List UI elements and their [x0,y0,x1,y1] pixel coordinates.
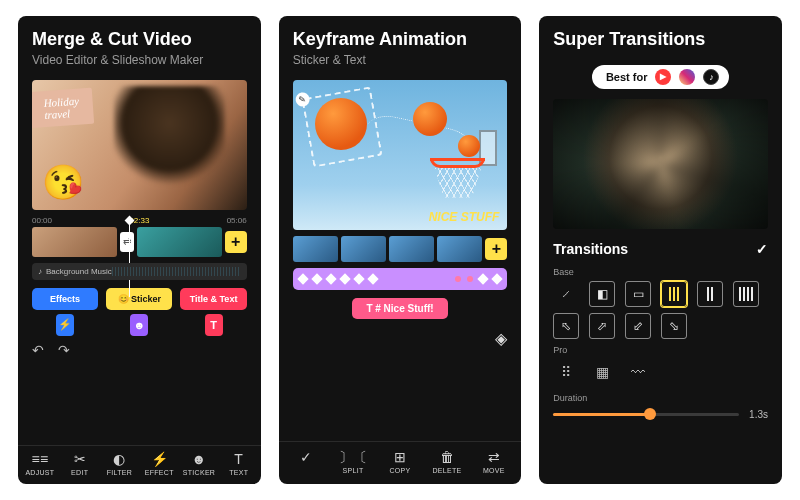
transition-pro-dots[interactable]: ⠿ [553,359,579,385]
adjust-label: ADJUST [25,469,54,476]
clip-2[interactable] [137,227,222,257]
plus-icon: + [231,233,240,251]
nice-stuff-text-overlay[interactable]: NICE STUFF [429,210,500,224]
keyframe-diamond[interactable] [297,273,308,284]
effect-button[interactable]: ⚡EFFECT [139,452,179,476]
basketball-sticker[interactable] [315,98,367,150]
effects-pill[interactable]: Effects [32,288,98,310]
move-button[interactable]: ⇄MOVE [470,450,517,474]
text-drop[interactable]: T [180,314,246,336]
playhead[interactable] [129,221,130,297]
effect-label: EFFECT [145,469,174,476]
clip-1[interactable] [32,227,117,257]
keyframe-diamond-icon[interactable]: ◈ [495,329,507,348]
bg-music-label: Background Music [46,267,112,276]
text-track-pill[interactable]: T # Nice Stuff! [352,298,447,319]
split-button[interactable]: 〕〔SPLIT [330,450,377,474]
panel-merge-cut: Merge & Cut Video Video Editor & Slidesh… [18,16,261,484]
transition-slide[interactable]: ▭ [625,281,651,307]
text-button[interactable]: TTEXT [219,452,259,476]
transition-arrow-tr[interactable]: ⬀ [589,313,615,339]
keyframe-diamond[interactable] [492,273,503,284]
effects-pill-label: Effects [50,294,80,304]
check-icon: ✓ [300,450,312,464]
feature-pill-row: Effects 😊 Sticker Title & Text [32,288,247,310]
net-graphic [434,168,481,198]
transition-node[interactable]: ⇄ [120,232,134,252]
transition-pro-grid[interactable]: ▦ [589,359,615,385]
clip-thumb-4[interactable] [437,236,482,262]
keyframe-diamond[interactable] [339,273,350,284]
filter-label: FILTER [107,469,132,476]
transitions-title: Transitions [553,241,628,257]
effect-bolt-icon: ⚡ [151,452,168,466]
text-t-icon: T [205,314,223,336]
keyframe-diamond[interactable] [311,273,322,284]
panel1-toolbar: ≡≡ADJUST ✂EDIT ◐FILTER ⚡EFFECT ☻STICKER … [18,445,261,484]
undo-button[interactable]: ↶ [32,342,44,358]
panel1-subtitle: Video Editor & Slideshow Maker [32,53,247,68]
confirm-button[interactable]: ✓ [283,450,330,474]
panel2-title: Keyframe Animation [293,28,508,51]
keyframe-diamond[interactable] [478,273,489,284]
panel-transitions: Super Transitions Best for ▶ ♪ Transitio… [539,16,782,484]
filter-button[interactable]: ◐FILTER [100,452,140,476]
copy-button[interactable]: ⊞COPY [377,450,424,474]
transition-bars-selected[interactable] [661,281,687,307]
video-preview[interactable]: Holiday travel 😘 [32,80,247,210]
copy-label: COPY [389,467,410,474]
holiday-tag-sticker[interactable]: Holiday travel [32,87,95,128]
keyframe-diamond[interactable] [353,273,364,284]
transition-preview[interactable] [553,99,768,229]
clip-thumb-1[interactable] [293,236,338,262]
transition-arrow-tl[interactable]: ⬁ [553,313,579,339]
delete-button[interactable]: 🗑DELETE [423,450,470,474]
transition-none[interactable]: ⟋ [553,281,579,307]
effects-drop[interactable]: ⚡ [32,314,98,336]
sticker-button[interactable]: ☻STICKER [179,452,219,476]
split-label: SPLIT [343,467,364,474]
duration-value: 1.3s [749,409,768,420]
duration-slider[interactable] [553,413,739,416]
edit-handle-icon[interactable]: ✎ [294,91,310,107]
pill-drop-row: ⚡ ☻ T [32,314,247,336]
add-clip-button[interactable]: + [225,231,247,253]
transition-fade[interactable]: ◧ [589,281,615,307]
slider-thumb[interactable] [644,408,656,420]
add-clip-button-2[interactable]: + [485,238,507,260]
apply-check-button[interactable]: ✓ [756,241,768,257]
sticker-pill-emoji: 😊 [118,294,129,304]
basketball-small [458,135,480,157]
panel1-header: Merge & Cut Video Video Editor & Slidesh… [18,16,261,74]
time-start: 00:00 [32,216,52,225]
transition-arrow-bl[interactable]: ⬃ [625,313,651,339]
base-transition-row-1: ⟋ ◧ ▭ [553,281,768,307]
sticker-drop[interactable]: ☻ [106,314,172,336]
edit-button[interactable]: ✂EDIT [60,452,100,476]
keyframe-diamond[interactable] [367,273,378,284]
adjust-button[interactable]: ≡≡ADJUST [20,452,60,476]
plus-icon: + [492,240,501,258]
transition-icon: ⇄ [123,236,131,247]
redo-button[interactable]: ↷ [58,342,70,358]
transition-arrow-br[interactable]: ⬂ [661,313,687,339]
basketball-mid [413,102,447,136]
keyframe-diamond[interactable] [325,273,336,284]
title-text-pill[interactable]: Title & Text [180,288,246,310]
sticker-pill[interactable]: 😊 Sticker [106,288,172,310]
clip-thumb-2[interactable] [341,236,386,262]
kiss-emoji-sticker[interactable]: 😘 [42,162,84,202]
transition-bars-2[interactable] [697,281,723,307]
keyframe-toggle-row: ◈ [293,329,508,348]
clip-thumb-3[interactable] [389,236,434,262]
keyframe-track[interactable] [293,268,508,290]
keyframe-preview[interactable]: ✎ NICE STUFF [293,80,508,230]
clip-timeline[interactable]: ⇄ + [32,227,247,257]
time-ruler: 00:00 02:33 05:06 [32,216,247,225]
background-music-track[interactable]: ♪ Background Music [32,263,247,280]
transition-bars-3[interactable] [733,281,759,307]
scissors-icon: ✂ [74,452,86,466]
panel2-clip-row[interactable]: + [293,236,508,262]
transition-pro-wave[interactable]: 〰 [625,359,651,385]
time-end: 05:06 [227,216,247,225]
